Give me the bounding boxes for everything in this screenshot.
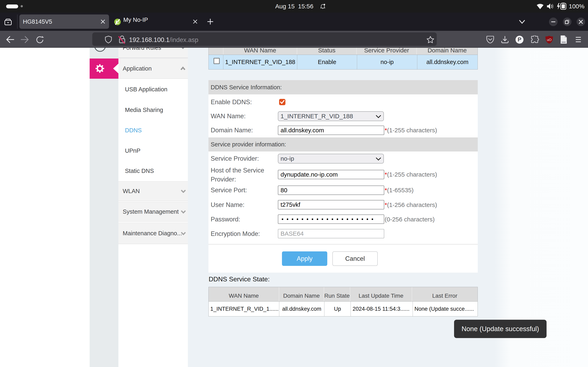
- svg-text:uO: uO: [547, 38, 552, 42]
